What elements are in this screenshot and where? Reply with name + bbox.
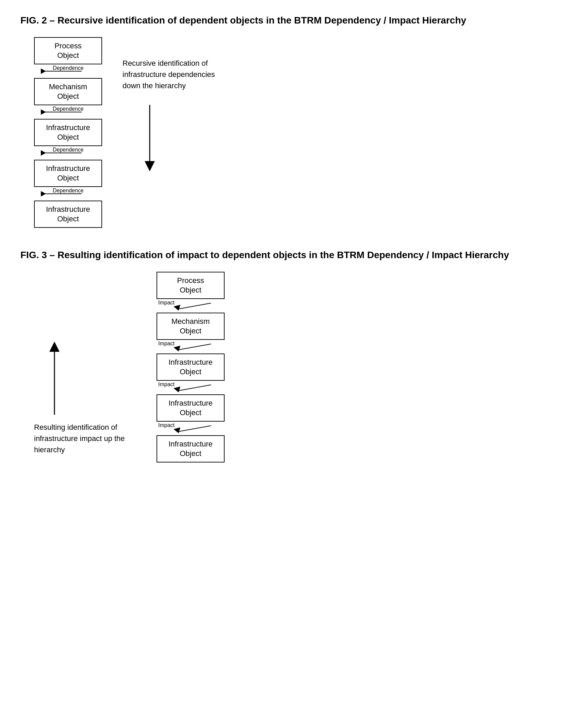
- svg-marker-28: [174, 427, 180, 433]
- svg-marker-1: [41, 68, 46, 74]
- svg-line-21: [177, 344, 211, 350]
- fig3-impact-3: Impact: [157, 381, 211, 394]
- fig2-arrow-4: Dependence: [34, 188, 88, 200]
- svg-text:Impact: Impact: [158, 422, 175, 428]
- fig2-box-1: ProcessObject: [34, 37, 102, 64]
- fig3-box-5: InfrastructureObject: [157, 435, 225, 462]
- fig3-box-4: InfrastructureObject: [157, 394, 225, 422]
- figure-2: FIG. 2 – Recursive identification of dep…: [20, 14, 568, 228]
- svg-marker-11: [41, 191, 46, 197]
- fig2-arrow-3: Dependence: [34, 147, 88, 159]
- fig3-up-arrow: [48, 340, 68, 415]
- fig2-dependence-2: Dependence: [34, 105, 88, 119]
- fig3-hierarchy: ProcessObject Impact MechanismObject Imp…: [157, 272, 225, 462]
- fig3-arrow-4: Impact: [157, 422, 211, 435]
- fig2-arrow-2: Dependence: [34, 106, 88, 118]
- svg-marker-14: [145, 161, 155, 171]
- fig2-down-arrow: [143, 105, 163, 173]
- fig2-box-5: InfrastructureObject: [34, 201, 102, 228]
- fig3-impact-4: Impact: [157, 422, 211, 435]
- fig2-arrow-1: Dependence: [34, 65, 88, 77]
- fig2-annotation-text: Recursive identification of infrastructu…: [122, 58, 231, 91]
- fig2-title: FIG. 2 – Recursive identification of dep…: [20, 14, 568, 27]
- fig2-box-4: InfrastructureObject: [34, 160, 102, 187]
- fig3-diagram: Resulting identification of infrastructu…: [20, 272, 568, 462]
- fig3-box-1: ProcessObject: [157, 272, 225, 299]
- svg-marker-16: [49, 342, 60, 352]
- svg-text:Dependence: Dependence: [53, 188, 84, 193]
- figure-3: FIG. 3 – Resulting identification of imp…: [20, 248, 568, 462]
- fig2-dependence-4: Dependence: [34, 187, 88, 201]
- fig2-box-3: InfrastructureObject: [34, 119, 102, 146]
- svg-text:Dependence: Dependence: [53, 106, 84, 112]
- fig2-hierarchy: ProcessObject Dependence MechanismObject: [34, 37, 102, 228]
- fig3-arrow-3: Impact: [157, 381, 211, 394]
- svg-line-24: [177, 385, 211, 391]
- fig3-impact-1: Impact: [157, 299, 211, 313]
- fig3-left: Resulting identification of infrastructu…: [34, 272, 136, 455]
- svg-marker-22: [174, 346, 180, 351]
- svg-marker-19: [174, 305, 180, 311]
- fig3-impact-2: Impact: [157, 340, 211, 354]
- svg-text:Dependence: Dependence: [53, 147, 84, 153]
- svg-text:Impact: Impact: [158, 381, 175, 387]
- fig3-arrow-2: Impact: [157, 341, 211, 353]
- svg-marker-8: [41, 150, 46, 156]
- fig2-diagram: ProcessObject Dependence MechanismObject: [20, 37, 568, 228]
- fig2-box-2: MechanismObject: [34, 78, 102, 105]
- fig3-title: FIG. 3 – Resulting identification of imp…: [20, 248, 568, 262]
- fig3-arrow-1: Impact: [157, 300, 211, 312]
- svg-text:Impact: Impact: [158, 300, 175, 305]
- fig2-annotation: Recursive identification of infrastructu…: [122, 37, 231, 173]
- fig3-box-2: MechanismObject: [157, 313, 225, 340]
- svg-line-18: [177, 303, 211, 309]
- svg-marker-5: [41, 109, 46, 115]
- svg-text:Impact: Impact: [158, 341, 175, 346]
- svg-text:Dependence: Dependence: [53, 65, 84, 71]
- svg-line-27: [177, 426, 211, 432]
- fig2-dependence-1: Dependence: [34, 64, 88, 78]
- fig3-box-3: InfrastructureObject: [157, 354, 225, 381]
- svg-marker-25: [174, 387, 180, 392]
- fig3-annotation-text: Resulting identification of infrastructu…: [34, 422, 136, 455]
- fig2-dependence-3: Dependence: [34, 146, 88, 160]
